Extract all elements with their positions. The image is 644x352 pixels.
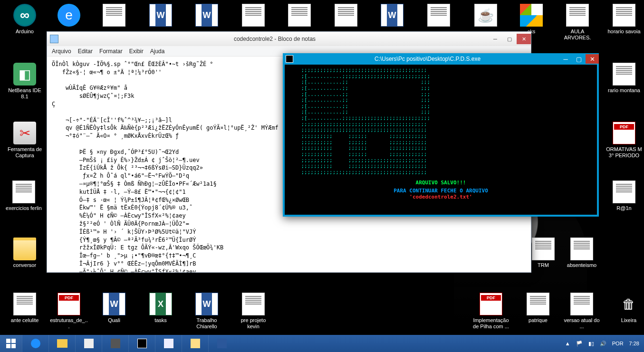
desktop-icon-txt4[interactable]: [327, 4, 365, 29]
txt-icon: [427, 4, 450, 27]
ie-icon: e: [58, 4, 80, 27]
svg-rect-0: [6, 339, 10, 343]
desktop-icon-folder1[interactable]: conversor: [6, 238, 44, 268]
desktop-icon-txt5[interactable]: [420, 4, 458, 29]
word-icon: [195, 4, 218, 27]
tray-volume-icon[interactable]: 🔊: [600, 341, 606, 347]
desktop-icon-word3[interactable]: [373, 4, 411, 29]
notepad-titlebar[interactable]: codedcontrole2 - Bloco de notas ─ ▢ ✕: [47, 32, 531, 46]
icon-label: rario montana: [605, 87, 643, 94]
console-icon: [286, 55, 293, 63]
task-app1[interactable]: [75, 335, 102, 352]
console-title: C:\Users\Pc positivo\Desktop\C.P.D.S.exe: [296, 56, 559, 62]
console-titlebar[interactable]: C:\Users\Pc positivo\Desktop\C.P.D.S.exe…: [283, 53, 599, 65]
desktop-icon-txt16[interactable]: versao atual do ...: [563, 293, 601, 330]
desktop-icon-pdf2[interactable]: estruturas_de_...: [50, 293, 88, 330]
desktop-icon-word1[interactable]: [142, 4, 180, 29]
desktop-icon-txt3[interactable]: [280, 4, 318, 29]
desktop-icon-netbeans[interactable]: ◧NetBeans IDE 8.1: [6, 63, 44, 100]
desktop-icon-txt15[interactable]: patrique: [519, 293, 557, 323]
console-maximize-button[interactable]: ▢: [572, 54, 586, 64]
pdf-icon: [613, 122, 635, 144]
desktop-icon-txt7[interactable]: horario savoia: [605, 4, 643, 35]
task-explorer[interactable]: [48, 335, 75, 352]
desktop-icon-java1[interactable]: ☕: [467, 4, 505, 29]
desktop-icon-word5[interactable]: Trabalho Chiarello: [188, 293, 226, 330]
tray-clock[interactable]: 7:28: [629, 341, 639, 346]
desktop-icon-ie[interactable]: e: [50, 4, 88, 29]
task-app4[interactable]: [155, 335, 182, 352]
task-app3[interactable]: [128, 335, 155, 352]
menu-exibir[interactable]: Exibir: [129, 48, 144, 55]
menu-editar[interactable]: Editar: [78, 48, 93, 55]
close-button[interactable]: ✕: [517, 34, 531, 44]
task-app5[interactable]: [182, 335, 208, 352]
icon-label: Trabalho Chiarello: [188, 317, 226, 330]
task-ie[interactable]: [22, 335, 48, 352]
desktop-icon-trash[interactable]: 🗑Lixeira: [610, 293, 644, 323]
desktop-icon-txt10[interactable]: R@1n: [605, 181, 643, 211]
desktop-icon-txt2[interactable]: [234, 4, 272, 29]
icon-label: Implementação de Pilha com ...: [472, 317, 510, 330]
desktop-icon-txt13[interactable]: ante celulite: [6, 293, 44, 323]
console-close-button[interactable]: ✕: [586, 54, 599, 64]
desktop-icon-winlogo[interactable]: cks: [512, 4, 550, 35]
minimize-button[interactable]: ─: [488, 34, 502, 44]
txt-icon: [103, 4, 125, 27]
console-msg-continue: PARA CONTINUAR FECHE O ARQUIVO: [288, 188, 593, 194]
taskbar: ▲ 🏳️ ▮▯ 🔊 POR 7:28: [0, 335, 644, 352]
icon-label: NetBeans IDE 8.1: [6, 87, 44, 100]
desktop-icon-txt9[interactable]: exercicios ferlin: [5, 181, 43, 211]
tray-flag-icon[interactable]: 🏳️: [576, 341, 583, 347]
console-body[interactable]: ;;;;;;;;;;;;;;;;;;;;;;;;;;;;;;;;;;;;;;;;…: [285, 65, 597, 215]
desktop-icon-txt6[interactable]: AULA ARVORES.: [558, 4, 596, 41]
java-icon: ☕: [474, 4, 497, 27]
console-msg-filename: 'codedcontrole2.txt': [288, 194, 593, 200]
txt-icon: [288, 4, 311, 27]
icon-label: conversor: [6, 262, 44, 268]
icon-label: Arduino: [6, 29, 44, 35]
desktop-icon-excel1[interactable]: tasks: [142, 293, 180, 323]
desktop-icon-txt1[interactable]: [95, 4, 133, 29]
desktop-icon-word2[interactable]: [188, 4, 226, 29]
notepad-title: codedcontrole2 - Bloco de notas: [61, 36, 488, 42]
desktop-icon-snip[interactable]: ✂Ferramenta de Captura: [6, 122, 44, 159]
svg-rect-3: [11, 344, 16, 348]
console-window: C:\Users\Pc positivo\Desktop\C.P.D.S.exe…: [283, 53, 599, 217]
menu-formatar[interactable]: Formatar: [99, 48, 123, 55]
tray-language[interactable]: POR: [612, 341, 624, 346]
desktop-icon-word4[interactable]: Quali: [95, 293, 133, 323]
txt-icon: [613, 4, 635, 27]
icon-label: ORMATIVAS M 3° PERIODO: [605, 146, 643, 159]
menu-arquivo[interactable]: Arquivo: [52, 48, 71, 55]
maximize-button[interactable]: ▢: [502, 34, 517, 44]
word-icon: [381, 4, 404, 27]
icon-label: horario savoia: [605, 29, 643, 35]
icon-label: Ferramenta de Captura: [6, 146, 44, 159]
desktop-icon-arduino[interactable]: ∞Arduino: [6, 4, 44, 35]
icon-label: tasks: [142, 317, 180, 323]
icon-label: exercicios ferlin: [5, 205, 43, 211]
start-button[interactable]: [0, 335, 22, 352]
desktop-icon-txt12[interactable]: absenteismo: [563, 238, 601, 268]
svg-rect-2: [6, 344, 10, 348]
desktop-icon-txt8[interactable]: rario montana: [605, 63, 643, 94]
task-app6[interactable]: [208, 335, 235, 352]
menu-ajuda[interactable]: Ajuda: [150, 48, 165, 55]
icon-label: pre projeto kevin: [234, 317, 272, 330]
snip-icon: ✂: [13, 122, 36, 144]
tray-wifi-icon[interactable]: ▮▯: [588, 341, 594, 347]
desktop-icon-pdf3[interactable]: Implementação de Pilha com ...: [472, 293, 510, 330]
word-icon: [195, 293, 218, 315]
system-tray: ▲ 🏳️ ▮▯ 🔊 POR 7:28: [560, 341, 644, 347]
task-app2[interactable]: [102, 335, 128, 352]
desktop-icon-pdf1[interactable]: ORMATIVAS M 3° PERIODO: [605, 122, 643, 159]
txt-icon: [570, 238, 593, 260]
tray-chevron-up-icon[interactable]: ▲: [565, 341, 570, 346]
console-minimize-button[interactable]: ─: [559, 54, 572, 64]
icon-label: Quali: [95, 317, 133, 323]
console-ascii-art: ;;;;;;;;;;;;;;;;;;;;;;;;;;;;;;;;;;;;;;;;…: [288, 67, 593, 176]
icon-label: Lixeira: [610, 317, 644, 323]
txt-icon: [566, 4, 589, 27]
desktop-icon-txt14[interactable]: pre projeto kevin: [234, 293, 272, 330]
